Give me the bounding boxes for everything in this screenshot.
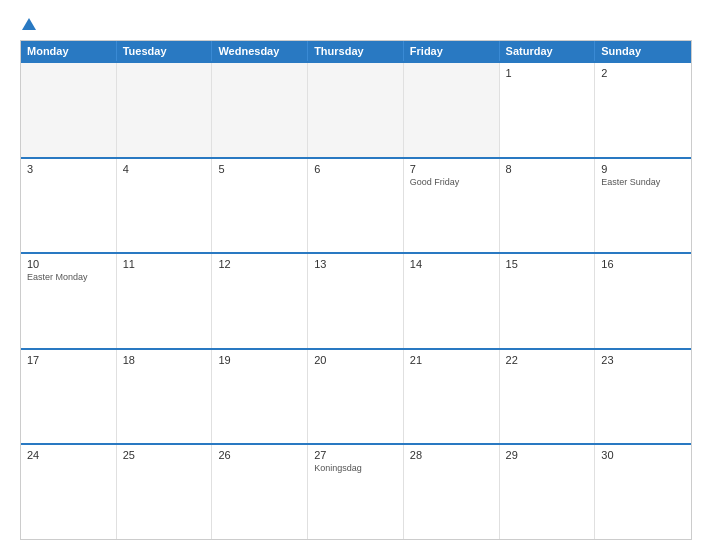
header-cell-friday: Friday — [404, 41, 500, 61]
day-number: 9 — [601, 163, 685, 175]
cal-cell-12: 12 — [212, 254, 308, 348]
calendar-body: 1234567Good Friday89Easter Sunday10Easte… — [21, 61, 691, 539]
day-number: 12 — [218, 258, 301, 270]
day-number: 6 — [314, 163, 397, 175]
day-number: 7 — [410, 163, 493, 175]
day-number: 14 — [410, 258, 493, 270]
day-number: 20 — [314, 354, 397, 366]
calendar-page: MondayTuesdayWednesdayThursdayFridaySatu… — [0, 0, 712, 550]
cal-cell-20: 20 — [308, 350, 404, 444]
day-number: 28 — [410, 449, 493, 461]
day-number: 11 — [123, 258, 206, 270]
day-number: 18 — [123, 354, 206, 366]
cal-cell-empty-2 — [212, 63, 308, 157]
day-number: 26 — [218, 449, 301, 461]
day-number: 30 — [601, 449, 685, 461]
header-cell-wednesday: Wednesday — [212, 41, 308, 61]
day-number: 8 — [506, 163, 589, 175]
cal-cell-4: 4 — [117, 159, 213, 253]
day-number: 24 — [27, 449, 110, 461]
cal-cell-17: 17 — [21, 350, 117, 444]
calendar-week-3: 10Easter Monday111213141516 — [21, 252, 691, 348]
day-number: 15 — [506, 258, 589, 270]
logo — [20, 16, 36, 30]
header-cell-sunday: Sunday — [595, 41, 691, 61]
cal-cell-5: 5 — [212, 159, 308, 253]
cal-cell-28: 28 — [404, 445, 500, 539]
cal-cell-2: 2 — [595, 63, 691, 157]
cal-cell-22: 22 — [500, 350, 596, 444]
day-number: 1 — [506, 67, 589, 79]
cal-cell-9: 9Easter Sunday — [595, 159, 691, 253]
cal-cell-18: 18 — [117, 350, 213, 444]
header-cell-thursday: Thursday — [308, 41, 404, 61]
cal-cell-19: 19 — [212, 350, 308, 444]
cal-cell-1: 1 — [500, 63, 596, 157]
holiday-label: Easter Monday — [27, 272, 110, 282]
day-number: 23 — [601, 354, 685, 366]
cal-cell-27: 27Koningsdag — [308, 445, 404, 539]
logo-triangle-icon — [22, 18, 36, 30]
day-number: 16 — [601, 258, 685, 270]
day-number: 19 — [218, 354, 301, 366]
calendar-week-4: 17181920212223 — [21, 348, 691, 444]
header-cell-saturday: Saturday — [500, 41, 596, 61]
cal-cell-25: 25 — [117, 445, 213, 539]
day-number: 29 — [506, 449, 589, 461]
cal-cell-16: 16 — [595, 254, 691, 348]
cal-cell-24: 24 — [21, 445, 117, 539]
day-number: 4 — [123, 163, 206, 175]
day-number: 2 — [601, 67, 685, 79]
calendar-week-5: 24252627Koningsdag282930 — [21, 443, 691, 539]
cal-cell-30: 30 — [595, 445, 691, 539]
holiday-label: Easter Sunday — [601, 177, 685, 187]
cal-cell-14: 14 — [404, 254, 500, 348]
day-number: 3 — [27, 163, 110, 175]
logo-text — [20, 16, 36, 30]
calendar-grid: MondayTuesdayWednesdayThursdayFridaySatu… — [20, 40, 692, 540]
header-cell-monday: Monday — [21, 41, 117, 61]
day-number: 21 — [410, 354, 493, 366]
header-cell-tuesday: Tuesday — [117, 41, 213, 61]
cal-cell-8: 8 — [500, 159, 596, 253]
cal-cell-10: 10Easter Monday — [21, 254, 117, 348]
cal-cell-empty-3 — [308, 63, 404, 157]
cal-cell-23: 23 — [595, 350, 691, 444]
day-number: 17 — [27, 354, 110, 366]
cal-cell-29: 29 — [500, 445, 596, 539]
cal-cell-11: 11 — [117, 254, 213, 348]
cal-cell-13: 13 — [308, 254, 404, 348]
calendar-week-2: 34567Good Friday89Easter Sunday — [21, 157, 691, 253]
cal-cell-26: 26 — [212, 445, 308, 539]
page-header — [20, 16, 692, 30]
holiday-label: Koningsdag — [314, 463, 397, 473]
day-number: 10 — [27, 258, 110, 270]
day-number: 25 — [123, 449, 206, 461]
day-number: 5 — [218, 163, 301, 175]
cal-cell-3: 3 — [21, 159, 117, 253]
cal-cell-6: 6 — [308, 159, 404, 253]
cal-cell-7: 7Good Friday — [404, 159, 500, 253]
day-number: 27 — [314, 449, 397, 461]
day-number: 13 — [314, 258, 397, 270]
calendar-header-row: MondayTuesdayWednesdayThursdayFridaySatu… — [21, 41, 691, 61]
day-number: 22 — [506, 354, 589, 366]
calendar-week-1: 12 — [21, 61, 691, 157]
cal-cell-15: 15 — [500, 254, 596, 348]
cal-cell-21: 21 — [404, 350, 500, 444]
holiday-label: Good Friday — [410, 177, 493, 187]
cal-cell-empty-1 — [117, 63, 213, 157]
cal-cell-empty-4 — [404, 63, 500, 157]
cal-cell-empty-0 — [21, 63, 117, 157]
